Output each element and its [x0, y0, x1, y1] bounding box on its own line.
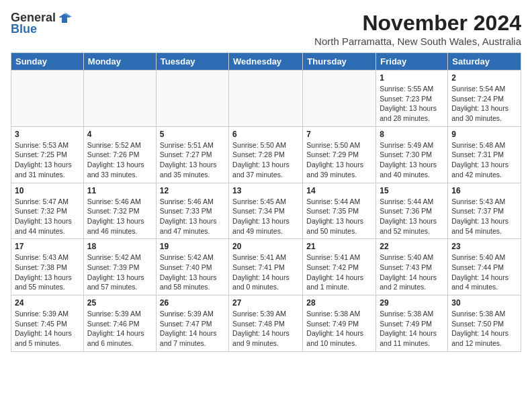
weekday-header-row: SundayMondayTuesdayWednesdayThursdayFrid… — [11, 53, 521, 71]
day-number: 16 — [451, 186, 517, 195]
calendar-cell: 6Sunrise: 5:50 AM Sunset: 7:28 PM Daylig… — [229, 126, 303, 183]
month-title: November 2024 — [314, 11, 521, 36]
calendar-cell: 23Sunrise: 5:40 AM Sunset: 7:44 PM Dayli… — [448, 239, 521, 295]
page-header: General Blue November 2024 North Parrama… — [11, 11, 521, 47]
day-info: Sunrise: 5:53 AM Sunset: 7:25 PM Dayligh… — [15, 140, 80, 180]
calendar-cell: 14Sunrise: 5:44 AM Sunset: 7:35 PM Dayli… — [303, 183, 376, 239]
calendar-cell — [229, 71, 303, 127]
day-info: Sunrise: 5:50 AM Sunset: 7:28 PM Dayligh… — [232, 140, 299, 180]
calendar-cell: 4Sunrise: 5:52 AM Sunset: 7:26 PM Daylig… — [83, 126, 156, 183]
day-number: 25 — [87, 298, 152, 308]
week-row-4: 17Sunrise: 5:43 AM Sunset: 7:38 PM Dayli… — [11, 239, 521, 295]
day-info: Sunrise: 5:41 AM Sunset: 7:42 PM Dayligh… — [306, 253, 372, 292]
day-number: 29 — [380, 298, 444, 308]
day-info: Sunrise: 5:47 AM Sunset: 7:32 PM Dayligh… — [15, 197, 80, 236]
calendar-cell: 10Sunrise: 5:47 AM Sunset: 7:32 PM Dayli… — [11, 183, 84, 239]
day-info: Sunrise: 5:42 AM Sunset: 7:39 PM Dayligh… — [87, 253, 152, 292]
day-info: Sunrise: 5:39 AM Sunset: 7:47 PM Dayligh… — [160, 309, 225, 349]
day-info: Sunrise: 5:43 AM Sunset: 7:37 PM Dayligh… — [451, 197, 517, 236]
day-info: Sunrise: 5:46 AM Sunset: 7:33 PM Dayligh… — [160, 197, 225, 236]
day-number: 14 — [306, 186, 372, 195]
logo-blue: Blue — [11, 23, 37, 36]
calendar-cell: 28Sunrise: 5:38 AM Sunset: 7:49 PM Dayli… — [303, 295, 376, 352]
day-info: Sunrise: 5:40 AM Sunset: 7:44 PM Dayligh… — [451, 253, 517, 292]
day-number: 6 — [232, 130, 299, 139]
calendar-cell: 5Sunrise: 5:51 AM Sunset: 7:27 PM Daylig… — [156, 126, 228, 183]
weekday-header-monday: Monday — [83, 53, 156, 71]
day-number: 9 — [451, 130, 517, 139]
calendar-cell: 17Sunrise: 5:43 AM Sunset: 7:38 PM Dayli… — [11, 239, 84, 295]
calendar-cell: 2Sunrise: 5:54 AM Sunset: 7:24 PM Daylig… — [448, 71, 521, 127]
day-number: 12 — [160, 186, 225, 195]
day-info: Sunrise: 5:45 AM Sunset: 7:34 PM Dayligh… — [232, 197, 299, 236]
calendar-cell: 1Sunrise: 5:55 AM Sunset: 7:23 PM Daylig… — [376, 71, 448, 127]
day-info: Sunrise: 5:39 AM Sunset: 7:48 PM Dayligh… — [232, 309, 299, 349]
calendar-cell: 24Sunrise: 5:39 AM Sunset: 7:45 PM Dayli… — [11, 295, 84, 352]
day-number: 28 — [306, 298, 372, 308]
week-row-5: 24Sunrise: 5:39 AM Sunset: 7:45 PM Dayli… — [11, 295, 521, 352]
day-number: 4 — [87, 130, 152, 139]
day-info: Sunrise: 5:44 AM Sunset: 7:35 PM Dayligh… — [306, 197, 372, 236]
calendar-cell: 13Sunrise: 5:45 AM Sunset: 7:34 PM Dayli… — [229, 183, 303, 239]
day-info: Sunrise: 5:41 AM Sunset: 7:41 PM Dayligh… — [232, 253, 299, 292]
day-number: 8 — [380, 130, 444, 139]
day-number: 19 — [160, 242, 225, 251]
day-info: Sunrise: 5:38 AM Sunset: 7:49 PM Dayligh… — [306, 309, 372, 349]
calendar-cell: 9Sunrise: 5:48 AM Sunset: 7:31 PM Daylig… — [448, 126, 521, 183]
day-info: Sunrise: 5:39 AM Sunset: 7:46 PM Dayligh… — [87, 309, 152, 349]
day-number: 23 — [451, 242, 517, 251]
calendar-cell — [303, 71, 376, 127]
week-row-3: 10Sunrise: 5:47 AM Sunset: 7:32 PM Dayli… — [11, 183, 521, 239]
day-number: 5 — [160, 130, 225, 139]
day-number: 15 — [380, 186, 444, 195]
day-info: Sunrise: 5:48 AM Sunset: 7:31 PM Dayligh… — [451, 140, 517, 180]
calendar-cell: 12Sunrise: 5:46 AM Sunset: 7:33 PM Dayli… — [156, 183, 228, 239]
calendar-cell: 3Sunrise: 5:53 AM Sunset: 7:25 PM Daylig… — [11, 126, 84, 183]
day-number: 20 — [232, 242, 299, 251]
day-number: 13 — [232, 186, 299, 195]
calendar-cell: 18Sunrise: 5:42 AM Sunset: 7:39 PM Dayli… — [83, 239, 156, 295]
calendar-cell: 7Sunrise: 5:50 AM Sunset: 7:29 PM Daylig… — [303, 126, 376, 183]
day-info: Sunrise: 5:38 AM Sunset: 7:50 PM Dayligh… — [451, 309, 517, 349]
calendar-cell: 8Sunrise: 5:49 AM Sunset: 7:30 PM Daylig… — [376, 126, 448, 183]
weekday-header-saturday: Saturday — [448, 53, 521, 71]
calendar-cell: 29Sunrise: 5:38 AM Sunset: 7:49 PM Dayli… — [376, 295, 448, 352]
calendar-cell: 25Sunrise: 5:39 AM Sunset: 7:46 PM Dayli… — [83, 295, 156, 352]
calendar-cell: 22Sunrise: 5:40 AM Sunset: 7:43 PM Dayli… — [376, 239, 448, 295]
calendar-cell: 11Sunrise: 5:46 AM Sunset: 7:32 PM Dayli… — [83, 183, 156, 239]
weekday-header-tuesday: Tuesday — [156, 53, 228, 71]
day-number: 11 — [87, 186, 152, 195]
subtitle: North Parramatta, New South Wales, Austr… — [314, 36, 521, 47]
day-info: Sunrise: 5:55 AM Sunset: 7:23 PM Dayligh… — [380, 84, 444, 124]
calendar-cell: 15Sunrise: 5:44 AM Sunset: 7:36 PM Dayli… — [376, 183, 448, 239]
day-info: Sunrise: 5:46 AM Sunset: 7:32 PM Dayligh… — [87, 197, 152, 236]
day-info: Sunrise: 5:54 AM Sunset: 7:24 PM Dayligh… — [451, 84, 517, 124]
day-number: 26 — [160, 298, 225, 308]
calendar-cell: 27Sunrise: 5:39 AM Sunset: 7:48 PM Dayli… — [229, 295, 303, 352]
day-number: 24 — [15, 298, 80, 308]
day-info: Sunrise: 5:49 AM Sunset: 7:30 PM Dayligh… — [380, 140, 444, 180]
day-info: Sunrise: 5:52 AM Sunset: 7:26 PM Dayligh… — [87, 140, 152, 180]
weekday-header-sunday: Sunday — [11, 53, 84, 71]
calendar-cell — [11, 71, 84, 127]
week-row-1: 1Sunrise: 5:55 AM Sunset: 7:23 PM Daylig… — [11, 71, 521, 127]
title-area: November 2024 North Parramatta, New Sout… — [314, 11, 521, 47]
day-number: 27 — [232, 298, 299, 308]
calendar-cell: 26Sunrise: 5:39 AM Sunset: 7:47 PM Dayli… — [156, 295, 228, 352]
weekday-header-wednesday: Wednesday — [229, 53, 303, 71]
day-info: Sunrise: 5:50 AM Sunset: 7:29 PM Dayligh… — [306, 140, 372, 180]
calendar-table: SundayMondayTuesdayWednesdayThursdayFrid… — [11, 52, 521, 352]
weekday-header-thursday: Thursday — [303, 53, 376, 71]
day-info: Sunrise: 5:43 AM Sunset: 7:38 PM Dayligh… — [15, 253, 80, 292]
day-number: 21 — [306, 242, 372, 251]
day-number: 1 — [380, 73, 444, 83]
day-number: 30 — [451, 298, 517, 308]
day-number: 22 — [380, 242, 444, 251]
day-number: 2 — [451, 73, 517, 83]
day-info: Sunrise: 5:38 AM Sunset: 7:49 PM Dayligh… — [380, 309, 444, 349]
day-number: 7 — [306, 130, 372, 139]
calendar-cell: 30Sunrise: 5:38 AM Sunset: 7:50 PM Dayli… — [448, 295, 521, 352]
calendar-cell: 20Sunrise: 5:41 AM Sunset: 7:41 PM Dayli… — [229, 239, 303, 295]
week-row-2: 3Sunrise: 5:53 AM Sunset: 7:25 PM Daylig… — [11, 126, 521, 183]
logo-bird-icon — [57, 11, 72, 26]
